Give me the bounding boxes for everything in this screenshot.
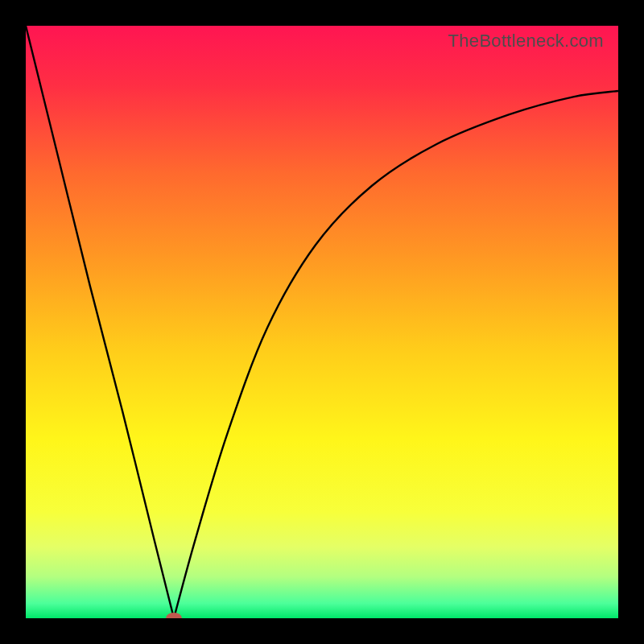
outer-frame: TheBottleneck.com <box>0 0 644 644</box>
bottleneck-curve <box>26 26 618 618</box>
plot-area: TheBottleneck.com <box>26 26 618 618</box>
watermark-text: TheBottleneck.com <box>448 31 604 52</box>
optimum-marker <box>166 613 182 618</box>
